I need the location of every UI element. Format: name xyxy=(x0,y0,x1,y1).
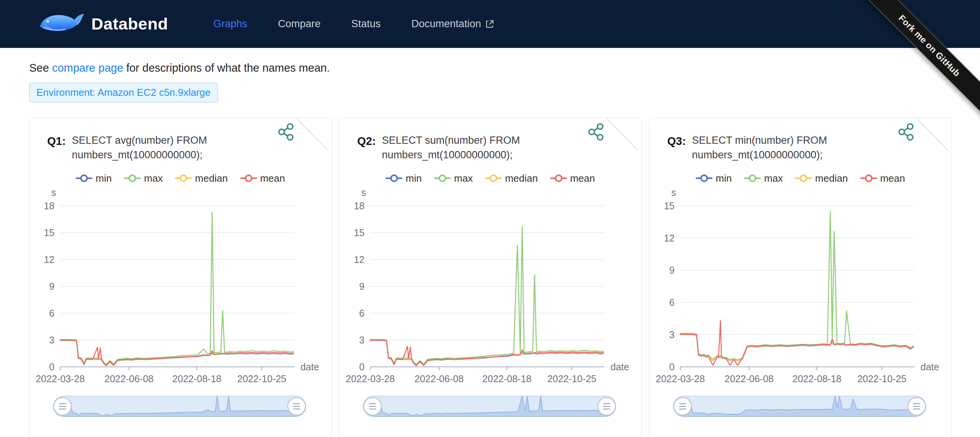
svg-text:2022-06-08: 2022-06-08 xyxy=(104,373,153,384)
svg-text:date: date xyxy=(610,361,629,372)
svg-text:2022-03-28: 2022-03-28 xyxy=(36,373,85,384)
nav-item-status[interactable]: Status xyxy=(351,18,381,30)
legend-marker-min xyxy=(696,174,713,182)
chart-legend: min max median mean xyxy=(339,172,642,184)
svg-text:2022-06-08: 2022-06-08 xyxy=(724,373,774,384)
svg-text:9: 9 xyxy=(359,281,365,292)
fork-me-on-github-ribbon[interactable]: Fork me on GitHub xyxy=(861,0,980,119)
share-icon xyxy=(279,124,293,140)
query-text: SELECT avg(number) FROM numbers_mt(10000… xyxy=(72,133,233,163)
svg-text:12: 12 xyxy=(354,254,365,265)
legend-marker-mean xyxy=(860,174,877,182)
svg-text:date: date xyxy=(921,361,939,372)
nav-item-compare[interactable]: Compare xyxy=(278,18,320,30)
svg-text:9: 9 xyxy=(49,281,54,292)
svg-text:6: 6 xyxy=(49,308,54,319)
github-ribbon-container: Fork me on GitHub xyxy=(861,0,980,119)
svg-text:0: 0 xyxy=(49,361,54,372)
top-navbar: Databend Graphs Compare Status Documenta… xyxy=(0,0,980,48)
brand-name: Databend xyxy=(91,15,168,33)
share-corner-q3[interactable] xyxy=(890,118,952,164)
svg-text:12: 12 xyxy=(664,233,675,243)
legend-item-min[interactable]: min xyxy=(696,172,732,184)
legend-marker-max xyxy=(434,174,451,182)
svg-text:2022-08-18: 2022-08-18 xyxy=(172,373,221,384)
svg-text:2022-03-28: 2022-03-28 xyxy=(656,373,705,384)
legend-item-mean[interactable]: mean xyxy=(550,172,595,184)
svg-text:s: s xyxy=(671,187,676,198)
svg-text:15: 15 xyxy=(664,200,675,211)
chart-card-q3: Q3: SELECT min(number) FROM numbers_mt(1… xyxy=(649,118,952,437)
nav-item-graphs[interactable]: Graphs xyxy=(213,18,247,30)
svg-text:6: 6 xyxy=(359,308,365,319)
chart-legend: min max median mean xyxy=(29,172,332,184)
svg-text:15: 15 xyxy=(354,227,365,238)
svg-text:2022-10-25: 2022-10-25 xyxy=(857,373,906,384)
legend-item-max[interactable]: max xyxy=(744,172,783,184)
legend-item-min[interactable]: min xyxy=(386,172,422,184)
svg-text:2022-10-25: 2022-10-25 xyxy=(237,373,286,384)
query-label: Q3: xyxy=(667,133,686,163)
legend-marker-max xyxy=(124,174,141,182)
zoom-slider-q1[interactable] xyxy=(29,391,332,425)
external-link-icon xyxy=(485,20,494,29)
svg-text:date: date xyxy=(300,361,319,372)
svg-text:2022-06-08: 2022-06-08 xyxy=(414,373,464,384)
query-label: Q1: xyxy=(47,133,66,163)
legend-item-max[interactable]: max xyxy=(124,172,163,184)
svg-text:3: 3 xyxy=(49,335,54,345)
svg-text:3: 3 xyxy=(669,329,675,340)
chart-legend: min max median mean xyxy=(649,172,952,184)
query-text: SELECT min(number) FROM numbers_mt(10000… xyxy=(692,133,853,163)
share-corner-q1[interactable] xyxy=(270,118,332,164)
legend-item-min[interactable]: min xyxy=(76,172,112,184)
chart-card-q2: Q2: SELECT sum(number) FROM numbers_mt(1… xyxy=(339,118,642,437)
svg-text:2022-08-18: 2022-08-18 xyxy=(792,373,841,384)
svg-text:3: 3 xyxy=(359,335,365,345)
legend-marker-min xyxy=(76,174,92,182)
svg-text:s: s xyxy=(51,187,56,198)
legend-marker-mean xyxy=(240,174,257,182)
legend-item-median[interactable]: median xyxy=(485,172,538,184)
svg-text:18: 18 xyxy=(44,200,54,211)
legend-marker-min xyxy=(386,174,403,182)
legend-item-median[interactable]: median xyxy=(175,172,228,184)
svg-text:0: 0 xyxy=(669,361,675,372)
legend-marker-max xyxy=(744,174,761,182)
svg-text:2022-03-28: 2022-03-28 xyxy=(346,373,395,384)
databend-whale-logo[interactable] xyxy=(37,10,85,39)
zoom-slider-q2[interactable] xyxy=(339,391,642,425)
legend-marker-median xyxy=(795,174,812,182)
share-icon xyxy=(589,124,603,140)
svg-text:15: 15 xyxy=(44,227,54,238)
legend-item-mean[interactable]: mean xyxy=(860,172,905,184)
legend-item-mean[interactable]: mean xyxy=(240,172,285,184)
intro-text: See compare page for descriptions of wha… xyxy=(29,62,980,74)
nav-item-label: Documentation xyxy=(411,18,481,30)
charts-row: Q1: SELECT avg(number) FROM numbers_mt(1… xyxy=(29,118,980,437)
legend-item-median[interactable]: median xyxy=(795,172,848,184)
intro-pre: See xyxy=(29,62,52,74)
compare-page-link[interactable]: compare page xyxy=(52,62,123,74)
svg-text:9: 9 xyxy=(669,265,675,276)
share-icon xyxy=(899,124,913,140)
legend-marker-mean xyxy=(550,174,567,182)
line-chart-q2: s03691215182022-03-282022-06-082022-08-1… xyxy=(339,187,642,386)
svg-text:12: 12 xyxy=(44,254,54,265)
line-chart-q3: s036912152022-03-282022-06-082022-08-182… xyxy=(649,187,952,386)
nav-item-documentation[interactable]: Documentation xyxy=(411,18,494,30)
legend-item-max[interactable]: max xyxy=(434,172,473,184)
zoom-slider-q3[interactable] xyxy=(649,391,952,425)
svg-text:6: 6 xyxy=(669,297,675,308)
main-nav: Graphs Compare Status Documentation xyxy=(213,18,494,30)
svg-text:2022-10-25: 2022-10-25 xyxy=(547,373,596,384)
query-text: SELECT sum(number) FROM numbers_mt(10000… xyxy=(382,133,543,163)
legend-marker-median xyxy=(485,174,502,182)
share-corner-q2[interactable] xyxy=(580,118,642,164)
chart-card-q1: Q1: SELECT avg(number) FROM numbers_mt(1… xyxy=(29,118,332,437)
svg-text:s: s xyxy=(361,187,366,198)
environment-badge: Environment: Amazon EC2 c5n.9xlarge xyxy=(29,83,218,102)
svg-text:2022-08-18: 2022-08-18 xyxy=(482,373,531,384)
svg-text:0: 0 xyxy=(359,361,365,372)
legend-marker-median xyxy=(175,174,192,182)
